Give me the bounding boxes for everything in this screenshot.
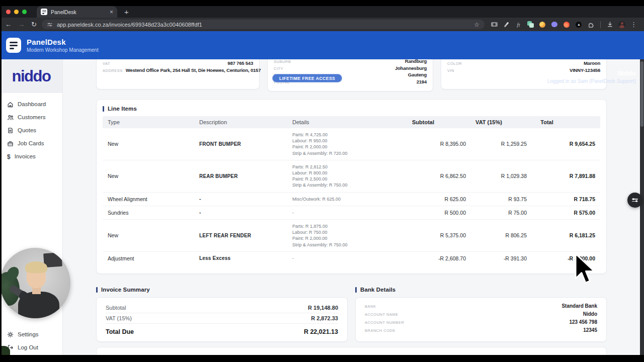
bank-detail-label: ACCOUNT NUMBER xyxy=(365,320,405,325)
bank-detail-label: BRANCH CODE xyxy=(365,328,395,333)
webcam-overlay xyxy=(0,248,70,318)
invoice-summary-section: Invoice Summary SubtotalR 19,148.80VAT (… xyxy=(96,287,348,342)
info-value: Johannesburg xyxy=(395,65,427,71)
line-item-subtotal: R 500.00 xyxy=(380,210,466,216)
line-item-total: R 718.75 xyxy=(527,196,595,202)
line-item-subtotal: -R 2,608.70 xyxy=(380,255,466,261)
forward-icon[interactable]: → xyxy=(18,21,25,28)
window-zoom-button[interactable] xyxy=(22,10,27,14)
users-icon xyxy=(7,114,14,121)
browser-menu-icon[interactable]: ⋮ xyxy=(630,21,637,28)
line-items-header-row: TypeDescriptionDetailsSubtotalVAT (15%)T… xyxy=(103,116,600,128)
screen: PanelDesk × + ← → ↻ app.paneldesk.co.za/… xyxy=(0,0,644,362)
back-icon[interactable]: ← xyxy=(5,21,12,28)
total-due-value: R 22,021.13 xyxy=(304,328,338,335)
info-row: ADDRESSWestend Office Park, 254 Hall St,… xyxy=(103,67,253,74)
line-item-description: REAR BUMPER xyxy=(199,173,292,179)
window-close-button[interactable] xyxy=(6,10,11,14)
invoice-summary-title: Invoice Summary xyxy=(101,287,150,293)
invoice-summary-panel: SubtotalR 19,148.80VAT (15%)R 2,872.33 T… xyxy=(96,297,348,342)
gear-icon xyxy=(7,331,14,338)
screenshot-extension-icon[interactable] xyxy=(491,21,498,28)
url-text[interactable]: app.paneldesk.co.za/invoices/699348d23a3… xyxy=(57,22,470,28)
bank-detail-row: BANKStandard Bank xyxy=(365,303,597,311)
line-item-row: NewFRONT BUMPERParts: R 4,725.00Labour: … xyxy=(103,128,600,160)
lifetime-access-badge: LIFETIME FREE ACCESS xyxy=(272,74,342,82)
bank-detail-row: ACCOUNT NUMBER123 456 798 xyxy=(365,319,597,327)
browser-tab[interactable]: PanelDesk × xyxy=(37,6,117,18)
line-item-total: R 575.00 xyxy=(527,210,595,216)
copy-pages-extension-icon[interactable] xyxy=(527,21,534,28)
sidebar-item-quotes[interactable]: Quotes xyxy=(0,124,62,137)
sidebar-item-job-cards[interactable]: Job Cards xyxy=(0,137,62,150)
extensions-bar: ft ▲ ⋮ xyxy=(485,21,637,28)
app-tagline: Modern Workshop Management xyxy=(27,47,99,53)
url-bar[interactable]: app.paneldesk.co.za/invoices/699348d23a3… xyxy=(42,20,485,29)
sidebar-item-label: Settings xyxy=(18,331,39,337)
scrollbar-thumb[interactable] xyxy=(640,61,643,127)
play-extension-icon[interactable]: ▲ xyxy=(575,21,583,28)
bank-detail-value: Niddo xyxy=(583,311,597,317)
site-settings-icon[interactable] xyxy=(47,22,53,28)
line-item-details: - xyxy=(292,255,380,261)
line-item-subtotal: R 8,395.00 xyxy=(380,141,466,147)
purple-extension-icon[interactable] xyxy=(551,21,558,28)
next-section-card-partial xyxy=(96,347,607,355)
sidebar-item-label: Log Out xyxy=(18,344,38,350)
sidebar-item-invoices[interactable]: $Invoices xyxy=(0,150,62,163)
info-row: VAT987 765 543 xyxy=(103,60,253,67)
column-header: Details xyxy=(292,119,380,125)
sidebar-item-dashboard[interactable]: Dashboard xyxy=(0,98,62,111)
section-accent-bar xyxy=(103,106,104,112)
section-accent-bar xyxy=(96,287,98,293)
main-content: VAT987 765 543ADDRESSWestend Office Park… xyxy=(63,59,640,355)
orange-extension-icon[interactable] xyxy=(539,21,546,28)
extensions-puzzle-icon[interactable] xyxy=(587,21,595,28)
line-item-vat: R 1,259.25 xyxy=(466,141,527,147)
info-value: Gauteng xyxy=(408,72,427,77)
line-item-total: R 9,654.25 xyxy=(527,141,595,147)
line-item-row: Wheel Alignment-Misc/Outwork: R 625.00R … xyxy=(103,193,600,206)
line-item-details: Misc/Outwork: R 625.00 xyxy=(292,196,380,202)
sidebar-item-settings[interactable]: Settings xyxy=(0,328,62,341)
profile-avatar-icon[interactable] xyxy=(618,21,626,28)
line-item-vat: R 806.25 xyxy=(466,232,527,238)
detail-line: - xyxy=(292,255,380,261)
column-header: VAT (15%) xyxy=(466,119,527,125)
column-header: Total xyxy=(527,119,595,125)
sidebar-item-label: Job Cards xyxy=(18,140,44,146)
bank-details-title: Bank Details xyxy=(360,287,395,293)
line-item-row: NewREAR BUMPERParts: R 2,812.50Labour: R… xyxy=(103,160,600,193)
line-item-total: R 6,181.25 xyxy=(527,232,595,238)
tab-close-icon[interactable]: × xyxy=(110,10,113,15)
sidebar-item-customers[interactable]: Customers xyxy=(0,111,62,124)
floating-settings-button[interactable] xyxy=(627,193,642,208)
line-items-title: Line Items xyxy=(108,106,137,112)
font-extension-icon[interactable]: ft xyxy=(515,21,522,28)
info-label: ADDRESS xyxy=(103,68,123,73)
detail-line: Strip & Assembly: R 750.00 xyxy=(292,182,380,188)
info-label: SUBURB xyxy=(274,59,291,64)
bookmark-star-icon[interactable]: ☆ xyxy=(474,21,479,28)
line-item-row: AdjustmentLess Excess--R 2,608.70-R 391.… xyxy=(103,252,600,265)
fox-extension-icon[interactable] xyxy=(563,21,571,28)
column-header: Type xyxy=(103,119,199,125)
total-due-row: Total Due R 22,021.13 xyxy=(106,324,338,335)
sidebar-item-label: Dashboard xyxy=(18,101,46,107)
window-minimize-button[interactable] xyxy=(14,10,19,14)
webcam-person-neck xyxy=(32,287,41,294)
bank-detail-value: 123 456 798 xyxy=(569,319,597,325)
business-details-card: VAT987 765 543ADDRESSWestend Office Park… xyxy=(96,59,260,89)
new-tab-button[interactable]: + xyxy=(124,8,129,18)
paneldesk-favicon-icon xyxy=(41,9,47,15)
tab-title: PanelDesk xyxy=(51,9,106,15)
reload-icon[interactable]: ↻ xyxy=(31,21,37,28)
app-header: PanelDesk Modern Workshop Management LIF… xyxy=(0,31,644,59)
pen-extension-icon[interactable] xyxy=(503,21,510,28)
scrollbar-track[interactable] xyxy=(640,59,644,355)
detail-line: Labour: R 950.00 xyxy=(292,138,380,144)
mouse-cursor xyxy=(574,252,597,285)
downloads-icon[interactable] xyxy=(606,21,614,28)
detail-line: Strip & Assembly: R 720.00 xyxy=(292,150,380,156)
info-row: COLORMaroon xyxy=(447,60,600,67)
